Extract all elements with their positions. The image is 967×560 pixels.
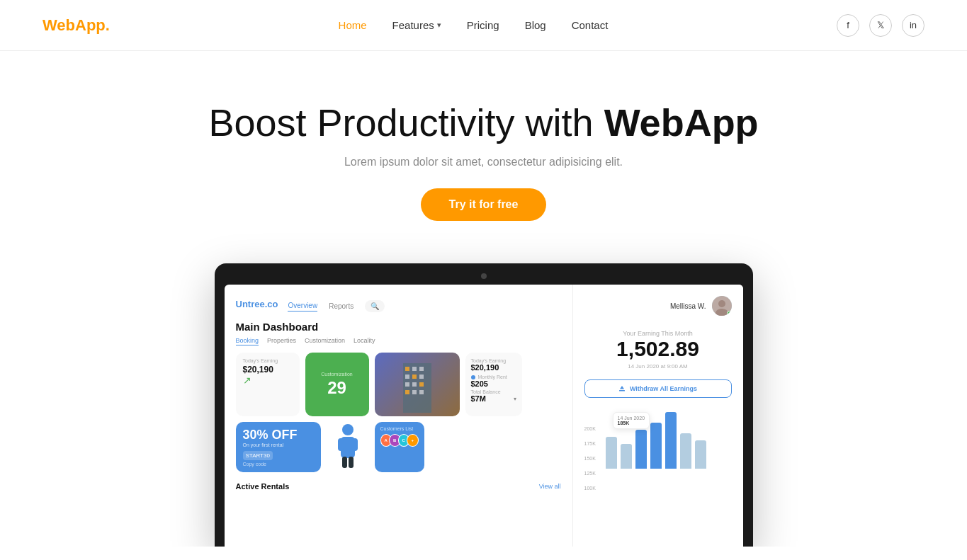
discount-percent: 30% OFF: [243, 428, 314, 442]
twitter-icon[interactable]: 𝕏: [869, 14, 892, 37]
bar-4: [650, 423, 662, 469]
withdraw-label: Withdraw All Earnings: [630, 385, 697, 392]
cta-button[interactable]: Try it for free: [421, 188, 547, 221]
nav-features[interactable]: Features: [392, 19, 434, 31]
y-label-1: 200K: [584, 426, 596, 431]
hero-section: Boost Productivity with WebApp Lorem ips…: [0, 51, 967, 235]
mockup-search[interactable]: 🔍: [365, 300, 385, 312]
discount-copy[interactable]: Copy code: [243, 462, 314, 467]
svg-marker-23: [620, 386, 624, 389]
hero-headline-bold: WebApp: [604, 101, 759, 144]
card-customization: Customization 29: [305, 353, 369, 416]
bar-6: [680, 433, 691, 469]
bar-5: [665, 412, 677, 469]
hero-headline-pre: Boost Productivity with: [208, 101, 604, 144]
dashboard-title: Main Dashboard: [236, 321, 561, 333]
nav-social: f 𝕏 in: [837, 14, 924, 37]
nav-pricing[interactable]: Pricing: [467, 19, 499, 31]
withdraw-button[interactable]: Withdraw All Earnings: [584, 379, 732, 398]
monthly-label: Monthly Rent: [478, 375, 507, 379]
features-chevron-icon: ▾: [437, 21, 441, 30]
y-label-4: 125K: [584, 471, 596, 476]
svg-rect-11: [412, 390, 417, 394]
online-indicator: [727, 311, 732, 316]
card-customers: Customers List A B C +: [375, 422, 424, 472]
user-name: Mellissa W.: [670, 302, 706, 310]
dot-indicator: [471, 375, 475, 379]
svg-point-20: [718, 300, 725, 307]
logo[interactable]: WebApp.: [43, 16, 110, 35]
facebook-icon[interactable]: f: [837, 14, 859, 37]
y-label-2: 175K: [584, 441, 596, 446]
card-building-image: [375, 353, 460, 416]
tooltip-value: 185K: [618, 421, 645, 425]
svg-rect-7: [405, 382, 409, 387]
svg-rect-18: [349, 457, 354, 468]
trend-up-icon: ↗: [243, 375, 293, 386]
linkedin-icon[interactable]: in: [902, 14, 924, 37]
right-header: Mellissa W.: [584, 296, 732, 316]
svg-rect-1: [405, 367, 409, 371]
nav-home[interactable]: Home: [339, 19, 367, 31]
user-avatar: [712, 296, 732, 316]
card-earning: Today's Earning $20,190 ↗: [236, 353, 300, 416]
hero-headline: Boost Productivity with WebApp: [14, 101, 953, 144]
customer-avatars: A B C +: [380, 434, 419, 447]
svg-rect-6: [419, 375, 424, 379]
svg-rect-3: [419, 367, 424, 371]
screen-right-panel: Mellissa W. Your Earning This Month 1,50…: [573, 285, 743, 547]
chart-y-labels: 200K 175K 150K 125K 100K: [584, 426, 596, 491]
building-visual: [375, 353, 460, 416]
discount-code: START30: [243, 451, 273, 460]
tab-locality[interactable]: Locality: [354, 337, 375, 345]
navbar: WebApp. Home Features ▾ Pricing Blog Con…: [0, 0, 967, 51]
y-label-5: 100K: [584, 486, 596, 491]
card-stats-value: $20,190: [471, 363, 516, 372]
balance-label: Total Balance: [471, 389, 516, 394]
laptop: Untree.co Overview Reports 🔍 Main Dashbo…: [215, 263, 753, 547]
person-illustration: [327, 422, 369, 472]
laptop-camera: [481, 273, 487, 279]
mockup-nav-overview[interactable]: Overview: [288, 302, 317, 312]
chart-tooltip: 14 Jun 2020 185K: [613, 412, 650, 429]
dashboard-tabs: Booking Properties Customization Localit…: [236, 337, 561, 345]
tab-customization[interactable]: Customization: [305, 337, 345, 345]
tab-properties[interactable]: Properties: [267, 337, 296, 345]
svg-rect-2: [412, 367, 417, 371]
monthly-value: $205: [471, 379, 516, 388]
bar-3: [635, 430, 647, 469]
bar-7: [695, 440, 706, 469]
card-stats-label: Today's Earning: [471, 358, 516, 363]
earnings-chart: 14 Jun 2020 185K 200K 175K 150K 125K 100…: [584, 412, 732, 469]
discount-sub: On your first rental: [243, 442, 314, 447]
avatar-more[interactable]: +: [407, 434, 419, 447]
earning-this-month-label: Your Earning This Month: [584, 330, 732, 337]
active-rentals-title: Active Rentals: [236, 482, 290, 491]
view-all-link[interactable]: View all: [539, 483, 561, 490]
active-rentals-row: Active Rentals View all: [236, 482, 561, 491]
balance-value: $7M: [471, 394, 486, 403]
card-customization-value: 29: [327, 378, 346, 398]
bar-2: [621, 444, 632, 469]
svg-rect-5: [412, 375, 417, 379]
card-earning-value: $20,190: [243, 365, 293, 375]
earning-value: 1,502.89: [584, 337, 732, 360]
tab-booking[interactable]: Booking: [236, 337, 259, 345]
bar-1: [606, 437, 617, 469]
svg-rect-12: [419, 390, 424, 394]
nav-contact[interactable]: Contact: [572, 19, 609, 31]
hero-subtext: Lorem ipsum dolor sit amet, consectetur …: [14, 156, 953, 168]
balance-chevron-icon: ▾: [514, 396, 516, 402]
nav-features-wrap: Features ▾: [392, 19, 441, 31]
tooltip-date: 14 Jun 2020: [618, 416, 645, 421]
svg-rect-10: [405, 390, 409, 394]
svg-rect-15: [338, 438, 344, 451]
svg-rect-8: [412, 382, 417, 387]
mockup-nav: Overview Reports 🔍: [288, 300, 385, 312]
svg-point-13: [342, 424, 354, 435]
nav-blog[interactable]: Blog: [525, 19, 546, 31]
chart-area: 14 Jun 2020 185K 200K 175K 150K 125K 100…: [584, 412, 732, 469]
logo-text: WebApp: [43, 16, 106, 34]
card-earning-label: Today's Earning: [243, 358, 293, 363]
mockup-nav-reports[interactable]: Reports: [329, 302, 354, 310]
